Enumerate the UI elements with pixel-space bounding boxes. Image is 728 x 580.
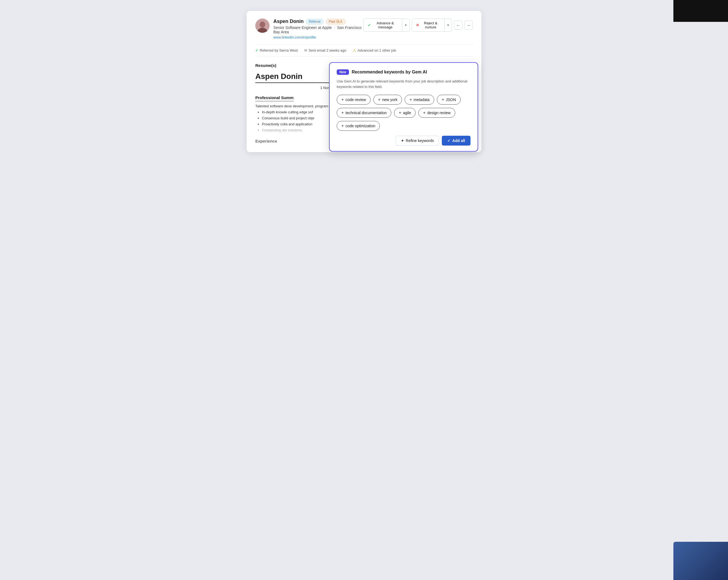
keyword-pill-metadata[interactable]: + metadata [405, 95, 434, 105]
reject-dropdown-button[interactable]: ▾ [445, 21, 452, 29]
keyword-pill-agile[interactable]: + agile [394, 108, 416, 118]
keywords-row-3: + code optimization [337, 121, 470, 131]
popup-title: Recommended keywords by Gem AI [352, 70, 427, 75]
plus-icon: + [378, 97, 381, 102]
badge-referral: Referral [306, 19, 323, 24]
candidate-title: Senior Software Engineer at Apple · San … [274, 25, 363, 34]
resume-section: Resume(s) Aspen Donin 1 North Pole, Cali… [255, 63, 473, 143]
popup-new-badge: New [337, 69, 349, 75]
reject-button-group: ✕ Reject & nurture ▾ [412, 19, 452, 32]
warning-icon: ⚠ [353, 48, 356, 52]
keyword-pill-design-review[interactable]: + design review [418, 108, 455, 118]
info-row: ✓ Referred by Sierra West ✉ Sent email 2… [255, 44, 473, 56]
candidate-card: Aspen Donin Referral Past SLA Senior Sof… [246, 11, 482, 152]
bottom-right-decoration [673, 542, 728, 580]
plus-icon: + [399, 110, 401, 115]
keywords-row-2: + technical documentation + agile + desi… [337, 108, 470, 118]
advance-button-group: ✓ Advance & message ▾ [363, 19, 410, 32]
email-icon: ✉ [304, 48, 307, 52]
sparkle-icon: ✦ [401, 138, 404, 143]
svg-point-3 [260, 22, 265, 27]
keyword-pill-technical-documentation[interactable]: + technical documentation [337, 108, 391, 118]
check-add-icon: ✓ [447, 138, 450, 143]
refine-keywords-button[interactable]: ✦ Refine keywords [396, 136, 439, 146]
nav-prev-button[interactable]: ← [454, 21, 462, 30]
popup-description: Use Gem AI to generate relevant keywords… [337, 79, 470, 89]
popup-header: New Recommended keywords by Gem AI [337, 69, 470, 75]
professional-summary-heading: Professional Summ [255, 95, 293, 101]
reject-main-button[interactable]: ✕ Reject & nurture [412, 19, 445, 31]
advance-dropdown-button[interactable]: ▾ [402, 21, 409, 29]
badge-past-sla: Past SLA [326, 19, 345, 24]
plus-icon: + [423, 110, 425, 115]
candidate-left: Aspen Donin Referral Past SLA Senior Sof… [255, 19, 363, 39]
keywords-row-1: + code review + new york + metadata + JS… [337, 95, 470, 105]
info-referred: ✓ Referred by Sierra West [255, 48, 297, 52]
keyword-pill-code-optimization[interactable]: + code optimization [337, 121, 380, 131]
nav-next-button[interactable]: → [465, 21, 473, 30]
check-icon: ✓ [368, 23, 371, 27]
info-email: ✉ Sent email 2 weeks ago [304, 48, 346, 52]
keyword-pill-json[interactable]: + JSON [437, 95, 461, 105]
candidate-info: Aspen Donin Referral Past SLA Senior Sof… [274, 19, 363, 39]
candidate-name: Aspen Donin [274, 19, 304, 24]
keyword-pill-new-york[interactable]: + new york [373, 95, 402, 105]
advance-main-button[interactable]: ✓ Advance & message [364, 19, 402, 31]
candidate-linkedin[interactable]: www.linkedin.com/in/profile [274, 35, 363, 39]
avatar [255, 19, 269, 33]
x-icon: ✕ [416, 23, 419, 27]
top-right-decoration [673, 0, 728, 22]
keyword-pill-code-review[interactable]: + code review [337, 95, 370, 105]
keyword-popup: New Recommended keywords by Gem AI Use G… [329, 62, 478, 152]
popup-footer: ✦ Refine keywords ✓ Add all [337, 136, 470, 146]
action-buttons: ✓ Advance & message ▾ ✕ Reject & nurture… [363, 19, 473, 32]
plus-icon: + [341, 97, 344, 102]
plus-icon: + [409, 97, 412, 102]
plus-icon: + [442, 97, 444, 102]
plus-icon: + [341, 110, 344, 115]
add-all-button[interactable]: ✓ Add all [442, 136, 470, 146]
candidate-name-row: Aspen Donin Referral Past SLA [274, 19, 363, 24]
check-referred-icon: ✓ [255, 48, 258, 52]
candidate-header: Aspen Donin Referral Past SLA Senior Sof… [255, 19, 473, 39]
plus-icon: + [341, 124, 344, 128]
info-advanced: ⚠ Advanced on 1 other job [353, 48, 396, 52]
